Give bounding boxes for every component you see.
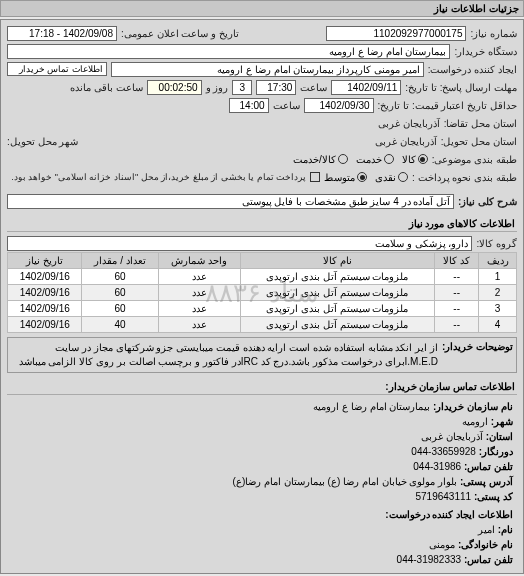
- table-row: 3--ملزومات سیستم آتل بندی ارتوپدیعدد6014…: [8, 301, 517, 317]
- bi-name-label: نام:: [498, 524, 513, 535]
- pay-radio-group: نقدی متوسط: [324, 172, 408, 183]
- validity-label: حداقل تاریخ اعتبار قیمت: تا تاریخ:: [378, 100, 517, 111]
- radio-service[interactable]: [384, 154, 394, 164]
- desc-label: توضیحات خریدار:: [442, 341, 513, 369]
- cell-unit: عدد: [158, 301, 240, 317]
- radio-goods-service[interactable]: [338, 154, 348, 164]
- province-req: آذربایجان غربی: [378, 118, 440, 129]
- bi-cphone-label: تلفن تماس:: [464, 554, 513, 565]
- bi-zip-label: کد پستی:: [474, 491, 513, 502]
- remain-label: ساعت باقی مانده: [70, 82, 143, 93]
- group-label: گروه کالا:: [476, 238, 517, 249]
- cell-name: ملزومات سیستم آتل بندی ارتوپدی: [240, 301, 435, 317]
- days-field: 3: [232, 80, 252, 95]
- page-title: جزئیات اطلاعات نیاز: [0, 0, 524, 17]
- requester-field: امیر مومنی کارپرداز بیمارستان امام رضا ع…: [111, 62, 424, 77]
- reqno-field: 1102092977000175: [326, 26, 466, 41]
- summary-label: شرح کلی نیاز:: [458, 196, 517, 207]
- radio-cash[interactable]: [398, 172, 408, 182]
- cell-unit: عدد: [158, 269, 240, 285]
- pay-note: پرداخت تمام یا بخشی از مبلغ خرید،از محل …: [11, 172, 306, 182]
- days-label: روز و: [206, 82, 229, 93]
- buyer-label: دستگاه خریدار:: [454, 46, 517, 57]
- bi-org: بیمارستان امام رضا ع ارومیه: [313, 401, 430, 412]
- announce-label: تاریخ و ساعت اعلان عمومی:: [121, 28, 239, 39]
- radio-goods[interactable]: [418, 154, 428, 164]
- deadline-date: 1402/09/11: [331, 80, 401, 95]
- cell-row: 1: [479, 269, 517, 285]
- contact-link[interactable]: اطلاعات تماس خریدار: [7, 62, 107, 76]
- cell-code: --: [435, 317, 479, 333]
- items-title: اطلاعات کالاهای مورد نیاز: [7, 214, 517, 232]
- cell-name: ملزومات سیستم آتل بندی ارتوپدی: [240, 285, 435, 301]
- bi-lname-label: نام خانوادگی:: [458, 539, 513, 550]
- bi-prov: آذربایجان غربی: [421, 431, 483, 442]
- radio-mid-label: متوسط: [324, 172, 355, 183]
- cell-qty: 60: [82, 285, 158, 301]
- cell-date: 1402/09/16: [8, 269, 82, 285]
- radio-goods-service-label: کالا/خدمت: [293, 154, 336, 165]
- bi-phone: 31986-044: [413, 461, 461, 472]
- table-row: 2--ملزومات سیستم آتل بندی ارتوپدیعدد6014…: [8, 285, 517, 301]
- bi-addr-label: آدرس پستی:: [460, 476, 513, 487]
- items-table: ردیف کد کالا نام کالا واحد شمارش تعداد /…: [7, 252, 517, 333]
- reqno-label: شماره نیاز:: [470, 28, 517, 39]
- form-panel: شماره نیاز: 1102092977000175 تاریخ و ساع…: [0, 19, 524, 574]
- col-qty: تعداد / مقدار: [82, 253, 158, 269]
- cell-code: --: [435, 269, 479, 285]
- cell-name: ملزومات سیستم آتل بندی ارتوپدی: [240, 317, 435, 333]
- cell-row: 3: [479, 301, 517, 317]
- cell-row: 2: [479, 285, 517, 301]
- items-table-wrap: ردیف کد کالا نام کالا واحد شمارش تعداد /…: [7, 252, 517, 333]
- buyer-field: بیمارستان امام رضا ع ارومیه: [7, 44, 450, 59]
- cell-code: --: [435, 285, 479, 301]
- cell-qty: 60: [82, 269, 158, 285]
- cell-unit: عدد: [158, 317, 240, 333]
- remain-time: 00:02:50: [147, 80, 202, 95]
- deadline-label: مهلت ارسال پاسخ: تا تاریخ:: [405, 82, 517, 93]
- col-date: تاریخ نیاز: [8, 253, 82, 269]
- desc-text: از ایر انکد مشابه استفاده شده است ارایه …: [11, 341, 438, 369]
- bi-city-label: شهر:: [491, 416, 513, 427]
- bi-name: امیر: [478, 524, 495, 535]
- cell-date: 1402/09/16: [8, 317, 82, 333]
- province-req-label: استان محل تقاضا:: [444, 118, 517, 129]
- validity-time: 14:00: [229, 98, 269, 113]
- col-name: نام کالا: [240, 253, 435, 269]
- validity-date: 1402/09/30: [304, 98, 374, 113]
- col-unit: واحد شمارش: [158, 253, 240, 269]
- table-row: 1--ملزومات سیستم آتل بندی ارتوپدیعدد6014…: [8, 269, 517, 285]
- cell-date: 1402/09/16: [8, 301, 82, 317]
- province-deliver-label: استان محل تحویل:: [441, 136, 517, 147]
- buyer-info-title: اطلاعات تماس سازمان خریدار:: [7, 377, 517, 395]
- cell-date: 1402/09/16: [8, 285, 82, 301]
- bi-prov-label: استان:: [486, 431, 513, 442]
- deadline-time: 17:30: [256, 80, 296, 95]
- table-row: 4--ملزومات سیستم آتل بندی ارتوپدیعدد4014…: [8, 317, 517, 333]
- cell-unit: عدد: [158, 285, 240, 301]
- bi-fax: 33659928-044: [411, 446, 476, 457]
- bi-lname: مومنی: [429, 539, 455, 550]
- bi-addr: بلوار مولوی خیابان امام رضا (ع) بیمارستا…: [233, 476, 458, 487]
- cell-name: ملزومات سیستم آتل بندی ارتوپدی: [240, 269, 435, 285]
- creator-title: اطلاعات ایجاد کننده درخواست:: [11, 507, 513, 522]
- bi-zip: 5719643111: [415, 491, 471, 502]
- bi-fax-label: دورنگار:: [479, 446, 513, 457]
- buyer-info: نام سازمان خریدار: بیمارستان امام رضا ع …: [7, 397, 517, 569]
- radio-mid[interactable]: [357, 172, 367, 182]
- bi-phone-label: تلفن تماس:: [464, 461, 513, 472]
- pay-label: طبقه بندی نحوه پرداخت :: [412, 172, 517, 183]
- bi-org-label: نام سازمان خریدار:: [433, 401, 513, 412]
- pay-note-checkbox[interactable]: [310, 172, 320, 182]
- province-deliver: آذربایجان غربی: [375, 136, 437, 147]
- city-deliver-label: شهر محل تحویل:: [7, 136, 78, 147]
- announce-field: 1402/09/08 - 17:18: [7, 26, 117, 41]
- time-label-2: ساعت: [273, 100, 300, 111]
- class-radio-group: کالا خدمت کالا/خدمت: [293, 154, 428, 165]
- cell-qty: 40: [82, 317, 158, 333]
- col-row: ردیف: [479, 253, 517, 269]
- cell-code: --: [435, 301, 479, 317]
- class-label: طبقه بندی موضوعی:: [432, 154, 517, 165]
- time-label-1: ساعت: [300, 82, 327, 93]
- bi-city: ارومیه: [462, 416, 488, 427]
